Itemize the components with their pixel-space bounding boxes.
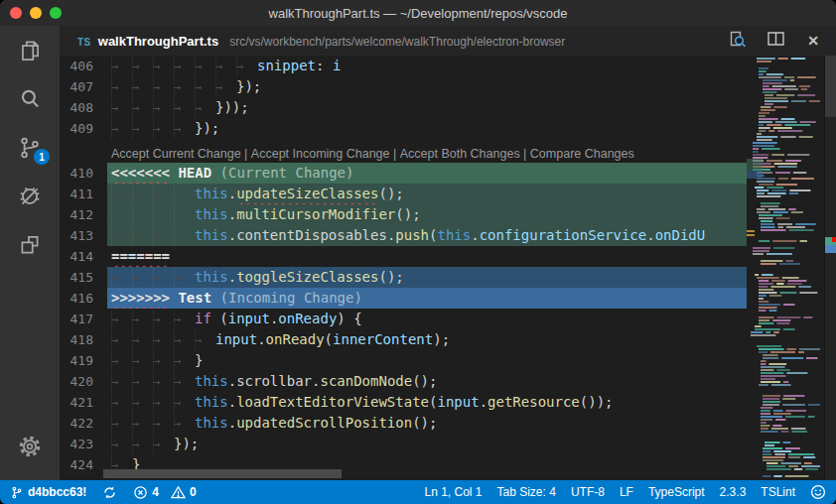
code-token: this xyxy=(195,227,228,243)
code-line[interactable]: 415→→→→this.toggleSizeClasses(); xyxy=(60,267,747,288)
tab-whitespace: → xyxy=(195,330,215,350)
codelens-link-accept-incoming-change[interactable]: Accept Incoming Change xyxy=(251,147,390,161)
code-token: ); xyxy=(433,331,450,347)
code-editor[interactable]: 406→→→→→→→snippet: i407→→→→→→});408→→→→→… xyxy=(60,56,747,480)
activity-debug-button[interactable] xyxy=(0,172,60,220)
code-token: (); xyxy=(378,186,403,201)
status-encoding[interactable]: UTF-8 xyxy=(571,485,605,499)
tab-whitespace: → xyxy=(111,351,132,371)
code-token: ( xyxy=(325,331,333,347)
tab-whitespace: → xyxy=(174,226,195,246)
code-token: onDidU xyxy=(655,227,706,243)
status-tslint[interactable]: TSLint xyxy=(761,485,795,499)
code-lines: 406→→→→→→→snippet: i407→→→→→→});408→→→→→… xyxy=(60,56,747,480)
status-tab-size[interactable]: Tab Size: 4 xyxy=(497,485,556,499)
code-line[interactable]: 422→→→→this.updatedScrollPosition(); xyxy=(60,413,747,434)
code-token: contentDisposables xyxy=(236,227,387,243)
code-line[interactable]: 413→→→→this.contentDisposables.push(this… xyxy=(60,225,747,246)
git-branch-indicator[interactable]: d4bbcc63! xyxy=(10,485,86,500)
problems-indicator[interactable]: 4 0 xyxy=(133,485,196,500)
tab-whitespace: → xyxy=(153,119,174,139)
tab-whitespace: → xyxy=(132,310,153,329)
vertical-scrollbar[interactable] xyxy=(824,56,836,480)
status-ts-version[interactable]: 2.3.3 xyxy=(720,485,747,499)
code-line[interactable]: 420→→→→this.scrollbar.scanDomNode(); xyxy=(60,371,747,392)
code-line[interactable]: 409→→→→}); xyxy=(60,118,747,139)
status-language-mode[interactable]: TypeScript xyxy=(648,485,705,499)
tab-whitespace: → xyxy=(132,185,153,204)
code-line[interactable]: 423→→→}); xyxy=(60,434,747,454)
code-line[interactable]: 418→→→→→input.onReady(innerContent); xyxy=(60,329,747,350)
code-token: push xyxy=(395,227,429,243)
codelens-link-accept-current-change[interactable]: Accept Current Change xyxy=(111,147,241,161)
code-line[interactable]: 412→→→→this.multiCursorModifier(); xyxy=(60,204,747,225)
settings-gear-button[interactable] xyxy=(0,422,60,470)
code-token: onReady xyxy=(278,311,337,326)
feedback-smiley-button[interactable] xyxy=(810,484,826,500)
codelens-separator: | xyxy=(520,147,530,161)
tab-whitespace: → xyxy=(111,205,132,225)
code-line[interactable]: 406→→→→→→→snippet: i xyxy=(60,56,747,76)
tab-whitespace: → xyxy=(174,372,195,392)
line-number: 422 xyxy=(60,413,107,434)
code-token: }); xyxy=(195,120,219,136)
code-token: }); xyxy=(174,436,199,451)
code-token: this xyxy=(195,415,228,431)
line-number: 419 xyxy=(60,350,107,371)
activity-explorer-button[interactable] xyxy=(0,26,60,74)
tab-whitespace: → xyxy=(132,226,153,246)
editor-actions: ✕ xyxy=(727,30,836,52)
scrollbar-slider[interactable] xyxy=(825,56,836,117)
code-line[interactable]: 414======= xyxy=(60,246,747,267)
error-icon xyxy=(133,485,148,500)
line-number: 413 xyxy=(60,225,107,246)
sync-icon xyxy=(102,485,117,500)
code-token: ( xyxy=(211,311,228,326)
tab-whitespace: → xyxy=(153,372,174,392)
status-eol[interactable]: LF xyxy=(620,485,633,499)
code-line[interactable]: 407→→→→→→}); xyxy=(60,76,747,97)
tab-whitespace: → xyxy=(174,310,195,329)
line-number: 421 xyxy=(60,392,107,413)
code-token: (Current Change) xyxy=(220,165,354,181)
tab-whitespace: → xyxy=(153,351,174,371)
tab-whitespace: → xyxy=(195,98,215,118)
code-line[interactable]: 417→→→→if (input.onReady) { xyxy=(60,309,747,329)
activity-search-button[interactable] xyxy=(0,74,60,123)
code-line[interactable]: 408→→→→→})); xyxy=(60,97,747,118)
tab-whitespace: → xyxy=(153,77,174,97)
codelens-link-compare-changes[interactable]: Compare Changes xyxy=(530,147,634,161)
close-editor-button[interactable]: ✕ xyxy=(802,30,824,52)
status-cursor-position[interactable]: Ln 1, Col 1 xyxy=(424,485,482,499)
open-preview-button[interactable] xyxy=(727,30,749,52)
tab-whitespace: → xyxy=(174,205,195,225)
activity-extensions-button[interactable] xyxy=(0,220,60,269)
tab-whitespace: → xyxy=(153,98,174,118)
tab-walkthroughpart[interactable]: TS walkThroughPart.ts src/vs/workbench/p… xyxy=(60,34,565,49)
warning-icon xyxy=(171,485,186,500)
sync-button[interactable] xyxy=(102,485,117,500)
tab-whitespace: → xyxy=(174,414,195,434)
code-line[interactable]: 421→→→→this.loadTextEditorViewState(inpu… xyxy=(60,392,747,413)
tab-whitespace: → xyxy=(111,393,132,413)
minimap[interactable] xyxy=(747,56,824,480)
code-token: (); xyxy=(395,206,420,222)
split-editor-button[interactable] xyxy=(765,30,786,52)
code-line[interactable]: 411→→→→this.updateSizeClasses(); xyxy=(60,184,747,204)
line-number: 417 xyxy=(60,309,107,329)
code-token: multiCursorModifier xyxy=(236,206,395,222)
code-token: this xyxy=(195,394,228,410)
tab-whitespace: → xyxy=(195,57,215,76)
code-line[interactable]: 416>>>>>>> Test (Incoming Change) xyxy=(60,288,747,309)
tab-whitespace: → xyxy=(153,414,174,434)
tab-whitespace: → xyxy=(174,119,195,139)
tab-whitespace: → xyxy=(153,185,174,204)
tab-whitespace: → xyxy=(153,330,174,350)
code-line[interactable]: 419→→→→} xyxy=(60,350,747,371)
activity-source-control-button[interactable]: 1 xyxy=(0,123,60,172)
horizontal-scrollbar[interactable] xyxy=(103,469,342,478)
code-line[interactable]: 410<<<<<<< HEAD (Current Change) xyxy=(60,163,747,184)
tab-whitespace: → xyxy=(132,77,153,97)
code-token: updatedScrollPosition xyxy=(236,415,412,431)
codelens-link-accept-both-changes[interactable]: Accept Both Changes xyxy=(400,147,520,161)
